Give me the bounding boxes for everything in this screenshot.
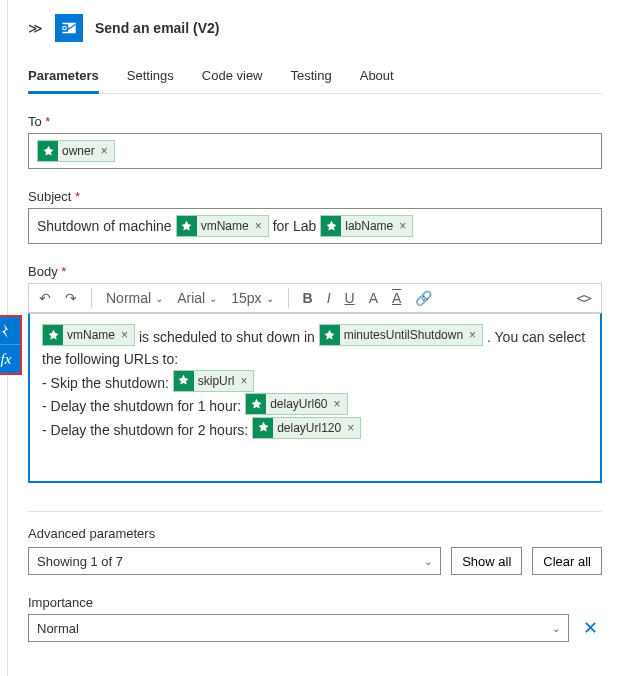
token-labname[interactable]: labName × [320,215,413,237]
code-view-button[interactable]: <> [572,288,595,308]
underline-button[interactable]: U [341,288,359,308]
redo-button[interactable]: ↷ [61,288,81,308]
importance-dropdown[interactable]: Normal ⌄ [28,614,569,642]
svg-rect-1 [61,24,69,32]
tab-bar: Parameters Settings Code view Testing Ab… [28,60,602,94]
label-body: Body * [28,264,602,279]
label-subject: Subject * [28,189,602,204]
dynamic-content-icon [321,216,341,236]
tab-testing[interactable]: Testing [291,60,332,93]
token-skipurl[interactable]: skipUrl × [173,370,255,392]
token-remove-icon[interactable]: × [467,324,476,346]
importance-value: Normal [37,621,79,636]
undo-button[interactable]: ↶ [35,288,55,308]
subject-text: for Lab [273,215,317,237]
bold-button[interactable]: B [299,288,317,308]
token-label: delayUrl60 [270,393,327,415]
collapse-chevron-icon[interactable]: ≫ [28,20,43,36]
tab-code-view[interactable]: Code view [202,60,263,93]
body-text: - Delay the shutdown for 2 hours: [42,421,248,437]
dynamic-content-icon [320,325,340,345]
divider [28,511,602,512]
font-size-dropdown[interactable]: 15px ⌄ [227,288,277,308]
dynamic-content-icon [43,325,63,345]
body-text: is scheduled to shut down in [139,329,315,345]
body-text: - Skip the shutdown: [42,374,169,390]
body-text: - Delay the shutdown for 1 hour: [42,398,241,414]
token-remove-icon[interactable]: × [119,324,128,346]
token-vmname[interactable]: vmName × [42,324,135,346]
rich-text-toolbar: ↶ ↷ Normal ⌄ Arial ⌄ 15px ⌄ B I U A A 🔗 … [28,283,602,313]
token-label: vmName [67,324,115,346]
to-input[interactable]: owner × [28,133,602,169]
token-delay60[interactable]: delayUrl60 × [245,393,347,415]
label-advanced: Advanced parameters [28,526,602,541]
token-remove-icon[interactable]: × [238,370,247,392]
subject-text: Shutdown of machine [37,215,172,237]
link-button[interactable]: 🔗 [411,288,436,308]
token-label: owner [62,140,95,162]
dynamic-content-icon [246,394,266,414]
token-label: vmName [201,215,249,237]
remove-parameter-icon[interactable]: ✕ [579,617,602,639]
dynamic-content-icon [177,216,197,236]
paragraph-style-dropdown[interactable]: Normal ⌄ [102,288,167,308]
tab-settings[interactable]: Settings [127,60,174,93]
advanced-summary: Showing 1 of 7 [37,554,123,569]
font-color-button[interactable]: A [365,288,382,308]
label-importance: Importance [28,595,602,610]
token-label: labName [345,215,393,237]
label-to: To * [28,114,602,129]
action-title: Send an email (V2) [95,20,219,36]
advanced-params-dropdown[interactable]: Showing 1 of 7 ⌄ [28,547,441,575]
dynamic-content-icon [38,141,58,161]
body-editor[interactable]: vmName × is scheduled to shut down in mi… [28,313,602,483]
tab-about[interactable]: About [360,60,394,93]
highlight-button[interactable]: A [388,288,405,308]
token-remove-icon[interactable]: × [345,417,354,439]
chevron-down-icon: ⌄ [424,556,432,567]
expression-button[interactable]: fx [0,345,20,373]
clear-all-button[interactable]: Clear all [532,547,602,575]
token-remove-icon[interactable]: × [397,215,406,237]
token-remove-icon[interactable]: × [253,215,262,237]
token-minutes[interactable]: minutesUntilShutdown × [319,324,483,346]
token-label: minutesUntilShutdown [344,324,463,346]
dynamic-content-button[interactable] [0,317,20,345]
italic-button[interactable]: I [323,288,335,308]
token-delay120[interactable]: delayUrl120 × [252,417,361,439]
dynamic-content-icon [174,371,194,391]
token-owner[interactable]: owner × [37,140,115,162]
show-all-button[interactable]: Show all [451,547,522,575]
token-label: delayUrl120 [277,417,341,439]
token-vmname[interactable]: vmName × [176,215,269,237]
font-family-dropdown[interactable]: Arial ⌄ [173,288,221,308]
token-label: skipUrl [198,370,235,392]
chevron-down-icon: ⌄ [552,623,560,634]
token-remove-icon[interactable]: × [332,393,341,415]
tab-parameters[interactable]: Parameters [28,60,99,93]
token-remove-icon[interactable]: × [99,140,108,162]
subject-input[interactable]: Shutdown of machine vmName × for Lab lab… [28,208,602,244]
outlook-icon [55,14,83,42]
dynamic-content-icon [253,418,273,438]
